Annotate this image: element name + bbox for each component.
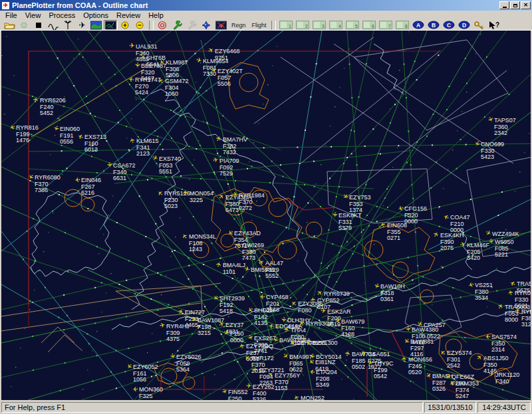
menu-review[interactable]: Review [112,11,144,19]
context-help-button[interactable]: ? [487,20,501,30]
aircraft-label[interactable]: ✈MON360 F325 2397 [139,387,163,400]
aircraft-label[interactable]: ✈EZY756Y F370 1153 [275,373,301,392]
aircraft-label[interactable]: ✈RYR1 F380 3124 [521,309,532,328]
antenna-button[interactable] [61,20,75,30]
signal-button[interactable] [47,20,61,30]
aircraft-label[interactable]: ✈EIN608 F355 0271 [387,223,407,242]
start-button[interactable] [17,20,31,30]
aircraft-label[interactable]: ✈CFG156 F320 0000 [404,206,427,225]
aircraft-label[interactable]: ✈GSM472 F304 1060 [165,78,189,98]
aircraft-label[interactable]: ✈MON252 F140 [301,395,325,400]
aircraft-label[interactable]: ✈EZY402T F057 5506 [217,68,243,88]
aircraft-label[interactable]: ✈THY9C F199 0542 [374,361,394,380]
aircraft-label[interactable]: ✈EZY262 F400 5326 [253,384,275,400]
chart-preset-8-button[interactable]: 8 [394,20,410,30]
aircraft-label[interactable]: ✈W6950 F085 5221 [495,239,514,259]
aircraft-label[interactable]: ✈RYR6080 F370 7386 [35,175,61,194]
aircraft-label[interactable]: ✈TAPS07 F360 2342 [494,118,516,137]
aircraft-label[interactable]: ✈WZZ494K [492,231,519,238]
globe-button[interactable] [200,20,213,30]
aircraft-label[interactable]: ✈CNO609 F330 5423 [481,142,504,161]
menu-file[interactable]: File [1,11,21,19]
outline-chart-button[interactable] [104,20,118,30]
aircraft-label[interactable]: ✈KLM46F F205 3420 [467,243,489,262]
menu-help[interactable]: Help [144,11,168,19]
aircraft-label[interactable]: ✈CSA672 F340 6631 [113,163,136,182]
menu-options[interactable]: Options [79,11,112,19]
find-flight-button[interactable]: Flight [249,20,269,30]
svg-text:5: 5 [355,24,358,29]
open-file-button[interactable] [3,20,17,30]
aircraft-label[interactable]: ✈BAW679 F160 4128 [341,319,364,338]
aircraft-label[interactable]: ✈EZY753 F353 1374 [349,195,371,214]
aircraft-label[interactable]: ✈EZY5374 F301 2542 [447,350,472,369]
aircraft-label[interactable]: ✈COA47 F210 0000 [450,215,470,234]
outline-chart-area[interactable]: ✈UAL931 F340 4885✈SHT6B 5541✈BEE7087 F32… [0,31,532,400]
aircraft-label[interactable]: ✈EZY6052 F161 1056 [133,364,158,383]
aircraft-label[interactable]: ✈RYR816 F199 1476 [16,125,39,144]
view-a-button[interactable]: A [411,20,426,30]
aircraft-label[interactable]: ✈RYR4HJ F309 4375 [166,324,190,343]
view-b-button[interactable]: B [426,20,441,30]
zoom-in-button[interactable] [118,20,132,30]
aircraft-label[interactable]: ✈EIN046 F267 6216 [81,177,101,197]
chart-preset-1-button[interactable]: 1 [278,20,294,30]
aircraft-label[interactable]: ✈BMA7HV F382 7432 [223,137,247,156]
tools-disabled-button[interactable] [185,20,199,30]
app-logo-icon: ✈ [1,1,10,10]
aircraft-label[interactable]: ✈EXS713 F160 6013 [84,134,106,154]
view-d-button[interactable]: D [457,20,471,30]
chart-preset-7-button[interactable]: 7 [378,20,394,30]
aircraft-label[interactable]: ✈BAW881 F297 4116 [410,339,434,358]
aircraft-icon: ✈ [514,307,521,315]
chart-preset-3-button[interactable]: 3 [311,20,327,30]
hide-aircraft-button[interactable]: ✈ [214,20,228,30]
target-button[interactable] [156,20,170,30]
close-button[interactable]: ✕ [521,1,531,9]
aircraft-label[interactable]: ✈RYR6739 [324,291,350,298]
aircraft-label[interactable]: ✈VS251 F380 3534 [475,282,493,302]
aircraft-label[interactable]: ✈EZY1300 [313,340,338,347]
menu-view[interactable]: View [21,11,45,19]
aircraft-label[interactable]: ✈FIN552 F250 [228,389,248,400]
menu-process[interactable]: Process [45,11,79,19]
chart-view-button[interactable] [89,20,103,30]
aircraft-label[interactable]: ✈RYR93GP [306,321,334,328]
aircraft-label[interactable]: ✈MON054 3225 [190,191,213,203]
aircraft-label[interactable]: ✈EXS740 F053 5551 [159,156,181,175]
stop-button[interactable] [32,20,46,30]
aircraft-label[interactable]: ✈ESK8KT F331 5379 [338,213,362,232]
aircraft-label[interactable]: ✈MON534L F108 1243 [189,234,216,253]
aircraft-label[interactable]: ✈UAM353 F374 5247 [456,381,479,400]
aircraft-label[interactable]: ✈BMI5986 [251,267,275,274]
aircraft-label[interactable]: ✈RYR6206 F240 5452 [40,98,66,117]
restore-button[interactable] [510,1,520,9]
aircraft-label[interactable]: ✈SHT2939 F192 5418 [219,296,245,315]
aircraft-view-button[interactable]: ✈ [76,20,88,30]
aircraft-label[interactable]: ✈F150 0000 [230,331,244,344]
svg-text:D: D [462,22,466,29]
aircraft-label[interactable]: ✈RYR1984 F370 0272 [239,193,265,212]
aircraft-label[interactable]: ✈SAS7574 F350 2314 [491,334,517,354]
view-c-button[interactable]: C [442,20,456,30]
aircraft-label-text: WZZ494K [492,231,519,238]
aircraft-icon: ✈ [489,371,495,378]
tools-button[interactable] [170,20,184,30]
aircraft-label[interactable]: ✈PIA709 F092 7529 [219,158,239,177]
aircraft-label[interactable]: ✈KLM987 F306 5806 [166,60,188,79]
aircraft-label[interactable]: ✈JRK1120 F340 [495,372,519,385]
chart-preset-4-button[interactable]: 4 [328,20,344,30]
chart-preset-6-button[interactable]: 6 [361,20,377,30]
aircraft-label[interactable]: ✈BMA4LJ 1101 [223,262,245,275]
find-regn-button[interactable]: Regn [229,20,249,30]
chart-preset-2-button[interactable]: 2 [295,20,311,30]
key-button[interactable] [472,20,486,30]
chart-preset-5-button[interactable]: 5 [344,20,360,30]
aircraft-label[interactable]: ✈ETA204 F208 5349 [316,369,337,389]
minimize-button[interactable] [499,1,509,9]
aircraft-label[interactable]: ✈BAW1087 F198 3215 [198,318,224,337]
aircraft-label[interactable]: ✈BAW10H F318 0361 [380,284,405,303]
zoom-out-button[interactable] [133,20,147,30]
aircraft-label[interactable]: ✈EZY5026 F059 5364 [176,354,201,373]
aircraft-label-text: KLM987 F306 5806 [166,60,188,79]
